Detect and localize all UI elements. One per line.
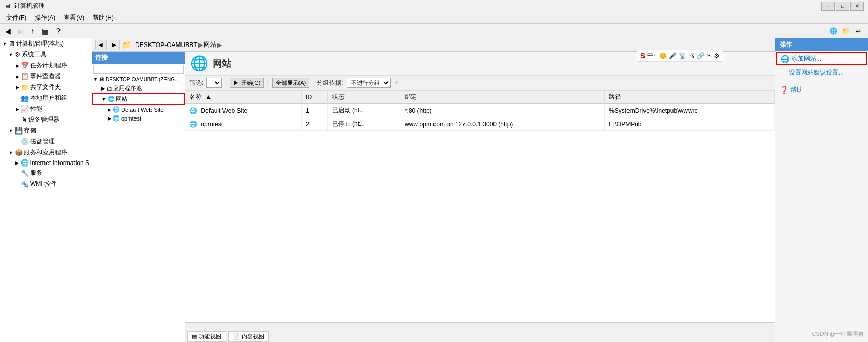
right-toolbar-icons: 🌐 📁 ↩ bbox=[828, 25, 864, 37]
tree-item-iis[interactable]: ▶ 🌐 Internet Information S bbox=[0, 158, 92, 168]
group-label: 分组依据: bbox=[317, 79, 343, 87]
col-binding[interactable]: 绑定 bbox=[400, 91, 604, 104]
conn-tree-sites[interactable]: ▼ 🌐 网站 bbox=[92, 93, 185, 105]
menu-view[interactable]: 查看(V) bbox=[59, 12, 88, 23]
group-dropdown[interactable]: 不进行分组 bbox=[347, 78, 391, 88]
content-header-icon: 🌐 bbox=[190, 55, 208, 72]
up-button[interactable]: ↑ bbox=[27, 25, 38, 37]
filter-bar: 筛选: | ▶ 开始(G) | 全部显示(A) 分组依据: 不进行分组 bbox=[185, 76, 775, 91]
expand-system-tools[interactable]: ▼ bbox=[8, 52, 13, 57]
tree-item-shared-folders[interactable]: ▶ 📁 共享文件夹 bbox=[0, 82, 92, 93]
filter-dropdown[interactable] bbox=[206, 78, 222, 88]
left-panel: ▼ 🖥 计算机管理(本地) ▼ ⚙ 系统工具 ▶ 📅 任务计划程序 ▶ 📋 事件… bbox=[0, 38, 92, 342]
help-icon: ❓ bbox=[780, 86, 788, 94]
tree-item-event-viewer[interactable]: ▶ 📋 事件查看器 bbox=[0, 71, 92, 82]
help-link[interactable]: 帮助 bbox=[790, 85, 803, 94]
conn-panel: 连接 ▼ 🖥 DESKTOP-OAMUBBT (ZENGLIYANG\onesp… bbox=[92, 52, 185, 342]
title-bar: 🖥 计算机管理 ─ □ ✕ bbox=[0, 0, 868, 12]
breadcrumb-part-1[interactable]: DESKTOP-OAMUBBT bbox=[135, 41, 197, 49]
conn-search-input[interactable] bbox=[93, 65, 184, 74]
conn-tree-root[interactable]: ▼ 🖥 DESKTOP-OAMUBBT (ZENGLIYANG\onespace… bbox=[92, 75, 185, 83]
csdn-watermark: CSDN @一叶飘零普 bbox=[812, 330, 864, 338]
tree-item-wmi[interactable]: 🔩 WMI 控件 bbox=[0, 179, 92, 189]
menu-action[interactable]: 操作(A) bbox=[31, 12, 59, 23]
action-add-site[interactable]: 🌐 添加网站... bbox=[776, 52, 867, 65]
conn-tree-opmtest[interactable]: ▶ 🌐 opmtest bbox=[92, 114, 185, 123]
add-site-link[interactable]: 添加网站... bbox=[791, 54, 821, 63]
add-site-icon: 🌐 bbox=[781, 55, 789, 63]
tree-item-disk-mgmt[interactable]: 💿 磁盘管理 bbox=[0, 136, 92, 147]
col-name[interactable]: 名称 ▲ bbox=[185, 91, 302, 104]
forward-button[interactable]: ▶ bbox=[14, 25, 26, 37]
conn-tree-default-site[interactable]: ▶ 🌐 Default Web Site bbox=[92, 105, 185, 114]
toolbar-icon-1[interactable]: 🌐 bbox=[828, 25, 839, 37]
right-panel: 操作 🌐 添加网站... 设置网站默认设置... ❓ 帮助 bbox=[775, 38, 868, 342]
window-icon: 🖥 bbox=[4, 2, 11, 10]
close-button[interactable]: ✕ bbox=[850, 2, 864, 11]
actions-header: 操作 bbox=[775, 38, 868, 51]
col-status[interactable]: 状态 bbox=[327, 91, 400, 104]
tree-item-system-tools[interactable]: ▼ ⚙ 系统工具 bbox=[0, 49, 92, 60]
sogou-toolbar: S 中·, 😊 🎤 📡 🖨 🔗 ✂ ⚙ bbox=[637, 50, 723, 62]
minimize-button[interactable]: ─ bbox=[821, 2, 835, 11]
expand-computer[interactable]: ▼ bbox=[2, 41, 7, 47]
tree-item-services-apps[interactable]: ▼ 📦 服务和应用程序 bbox=[0, 147, 92, 158]
show-hide-button[interactable]: ▤ bbox=[39, 25, 51, 37]
action-set-defaults[interactable]: 设置网站默认设置... bbox=[775, 66, 868, 79]
content-header-title: 网站 bbox=[213, 57, 231, 70]
middle-panel: ◀ ▶ 📁 DESKTOP-OAMUBBT ▶ 网站 ▶ 连接 ▼ 🖥 bbox=[92, 38, 775, 342]
table-row[interactable]: 🌐 opmtest 2 已停止 (ht... www.opm.com on 12… bbox=[185, 117, 775, 131]
maximize-button[interactable]: □ bbox=[836, 2, 849, 11]
back-button[interactable]: ◀ bbox=[2, 25, 13, 37]
help-toolbar-button[interactable]: ? bbox=[53, 25, 64, 37]
toolbar: ◀ ▶ ↑ ▤ ? 🌐 📁 ↩ bbox=[0, 24, 868, 38]
tree-item-device-manager[interactable]: 🖱 设备管理器 bbox=[0, 114, 92, 125]
content-area: 🌐 网站 筛选: | ▶ 开始(G) | 全部显示(A) bbox=[185, 52, 775, 342]
addr-back-button[interactable]: ◀ bbox=[95, 40, 107, 50]
start-button[interactable]: ▶ 开始(G) bbox=[230, 78, 264, 88]
all-display-button[interactable]: 全部显示(A) bbox=[272, 78, 310, 88]
content-row: 连接 ▼ 🖥 DESKTOP-OAMUBBT (ZENGLIYANG\onesp… bbox=[92, 52, 775, 342]
tab-content-view[interactable]: 📄 内容视图 bbox=[228, 331, 269, 342]
window-title: 计算机管理 bbox=[14, 2, 45, 10]
bottom-tab-bar: ▦ 功能视图 📄 内容视图 bbox=[185, 331, 775, 342]
col-id[interactable]: ID bbox=[302, 91, 328, 104]
menu-bar: 文件(F) 操作(A) 查看(V) 帮助(H) bbox=[0, 12, 868, 24]
main-container: ▼ 🖥 计算机管理(本地) ▼ ⚙ 系统工具 ▶ 📅 任务计划程序 ▶ 📋 事件… bbox=[0, 38, 868, 342]
table-row[interactable]: 🌐 Default Web Site 1 已启动 (ht... *:80 (ht… bbox=[185, 104, 775, 117]
menu-file[interactable]: 文件(F) bbox=[2, 12, 31, 23]
tree-item-storage[interactable]: ▼ 💾 存储 bbox=[0, 125, 92, 136]
tree-item-services[interactable]: 🔧 服务 bbox=[0, 168, 92, 179]
tree-item-performance[interactable]: ▶ 📈 性能 bbox=[0, 103, 92, 114]
toolbar-icon-3[interactable]: ↩ bbox=[852, 25, 864, 37]
menu-help[interactable]: 帮助(H) bbox=[88, 12, 118, 23]
tree-item-computer[interactable]: ▼ 🖥 计算机管理(本地) bbox=[0, 38, 92, 49]
addr-forward-button[interactable]: ▶ bbox=[109, 40, 120, 50]
tab-feature-view[interactable]: ▦ 功能视图 bbox=[187, 331, 226, 342]
tree-item-local-users[interactable]: 👥 本地用户和组 bbox=[0, 93, 92, 103]
action-help[interactable]: ❓ 帮助 bbox=[775, 83, 868, 96]
horizontal-scrollbar[interactable] bbox=[185, 322, 775, 331]
sites-table: 名称 ▲ ID 状态 绑定 bbox=[185, 91, 775, 322]
conn-tree: ▼ 🖥 DESKTOP-OAMUBBT (ZENGLIYANG\onespace… bbox=[92, 75, 185, 342]
col-path[interactable]: 路径 bbox=[605, 91, 775, 104]
conn-header: 连接 bbox=[92, 52, 185, 64]
breadcrumb-part-2[interactable]: 网站 bbox=[204, 40, 216, 49]
folder-icon: 📁 bbox=[122, 41, 131, 49]
set-defaults-link[interactable]: 设置网站默认设置... bbox=[789, 68, 844, 77]
toolbar-icon-2[interactable]: 📁 bbox=[840, 25, 851, 37]
tree-item-task-scheduler[interactable]: ▶ 📅 任务计划程序 bbox=[0, 60, 92, 71]
conn-tree-apppool[interactable]: ▶ 🗂 应用程序池 bbox=[92, 83, 185, 93]
filter-label: 筛选: bbox=[189, 79, 203, 87]
breadcrumb: DESKTOP-OAMUBBT ▶ 网站 ▶ bbox=[135, 40, 222, 49]
